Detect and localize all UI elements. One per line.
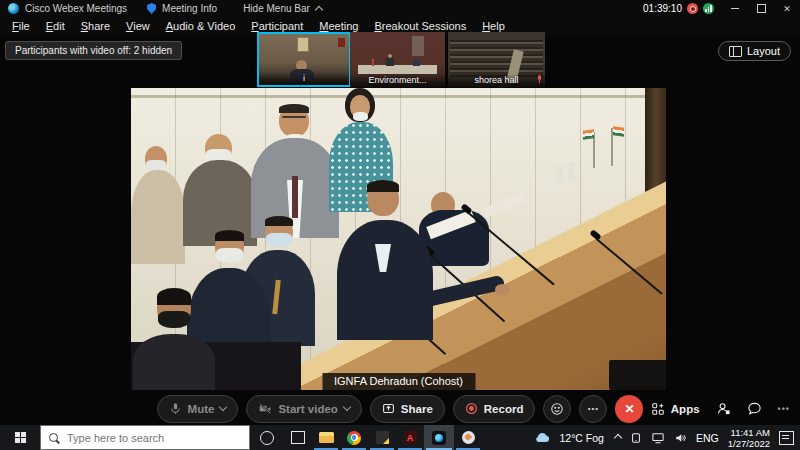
chevron-up-icon[interactable] [315, 6, 323, 14]
search-input[interactable] [65, 431, 209, 445]
windows-logo-icon [15, 432, 26, 443]
video-options-chevron-icon[interactable] [343, 403, 351, 411]
monitor-back [609, 360, 666, 390]
windows-taskbar: A 12°C Fog ENG 11:41 AM 1/27/2022 [0, 425, 800, 450]
weather-cloud-icon [534, 432, 550, 443]
india-flag-1 [583, 129, 594, 140]
thumb1-label: i [259, 72, 349, 85]
share-button[interactable]: Share [370, 395, 445, 423]
record-icon [465, 402, 478, 415]
app-title: Cisco Webex Meetings [25, 3, 127, 14]
start-button[interactable] [0, 425, 40, 450]
water-glass-1 [556, 166, 563, 182]
meeting-info-button[interactable]: Meeting Info [162, 3, 217, 14]
taskbar-search[interactable] [40, 425, 250, 450]
leave-meeting-button[interactable]: ✕ [615, 395, 643, 423]
restore-button[interactable] [748, 0, 774, 17]
menu-file[interactable]: File [4, 17, 38, 35]
video-thumbnail-3[interactable]: shorea hall [448, 32, 545, 87]
apps-button[interactable]: Apps [651, 402, 700, 416]
person-black-mask [133, 288, 215, 390]
mute-options-chevron-icon[interactable] [219, 403, 227, 411]
minimize-button[interactable] [722, 0, 748, 17]
more-dots-icon: ••• [588, 404, 599, 413]
participants-hidden-banner: Participants with video off: 2 hidden [5, 41, 182, 60]
thumb2-person-2 [413, 58, 420, 66]
close-button[interactable]: ✕ [774, 0, 800, 17]
active-speaker-label: IGNFA Dehradun (Cohost) [322, 373, 475, 390]
panel-controls: Apps ••• [651, 392, 790, 425]
menu-share[interactable]: Share [73, 17, 118, 35]
webex-logo-icon [8, 3, 19, 14]
connection-quality-icon [703, 3, 714, 14]
layout-grid-icon [729, 46, 742, 57]
recording-indicator-icon [687, 3, 698, 14]
notes-app-icon [376, 431, 389, 444]
hide-menu-bar-button[interactable]: Hide Menu Bar [243, 3, 310, 14]
weather-text[interactable]: 12°C Fog [559, 432, 603, 444]
menu-audio-video[interactable]: Audio & Video [158, 17, 244, 35]
menu-view[interactable]: View [118, 17, 158, 35]
meeting-timer: 01:39:10 [643, 3, 682, 14]
more-panels-button[interactable]: ••• [778, 404, 790, 414]
volume-icon[interactable] [674, 432, 687, 444]
mute-label: Mute [188, 403, 215, 415]
thumb3-audience-rows [450, 40, 543, 77]
video-thumbnail-1[interactable]: i [257, 32, 351, 87]
system-tray: 12°C Fog ENG 11:41 AM 1/27/2022 [534, 425, 800, 450]
india-flag-2 [613, 126, 624, 137]
video-thumbnail-2[interactable]: Environment... [350, 32, 445, 87]
chrome-icon [347, 431, 361, 445]
file-explorer-icon [319, 432, 334, 443]
person-front-center [337, 180, 433, 340]
taskbar-chrome[interactable] [340, 425, 368, 450]
participants-button[interactable] [716, 401, 731, 416]
layout-button[interactable]: Layout [718, 41, 791, 61]
menu-edit[interactable]: Edit [38, 17, 73, 35]
taskbar-clock[interactable]: 11:41 AM 1/27/2022 [728, 427, 770, 449]
language-indicator[interactable]: ENG [696, 432, 719, 444]
taskbar-acrobat[interactable]: A [396, 425, 424, 450]
start-video-label: Start video [278, 403, 337, 415]
thumb2-door [412, 36, 424, 56]
taskbar-paint3d[interactable] [454, 425, 482, 450]
start-video-button[interactable]: Start video [246, 395, 361, 423]
taskbar-file-explorer[interactable] [312, 425, 340, 450]
share-screen-icon [382, 402, 395, 415]
smiley-icon [550, 402, 564, 416]
task-view-button[interactable] [284, 425, 312, 450]
cortana-icon [260, 431, 274, 445]
search-icon [49, 433, 58, 442]
thumb3-label: shorea hall [448, 74, 545, 87]
window-titlebar: Cisco Webex Meetings Meeting Info Hide M… [0, 0, 800, 17]
meeting-info-shield-icon [147, 3, 156, 14]
microphone-icon [169, 402, 182, 415]
thumb1-wall-emblem [297, 37, 309, 52]
acrobat-icon: A [404, 431, 417, 444]
task-view-icon [291, 431, 305, 444]
thumb2-flag [372, 59, 374, 66]
network-icon[interactable] [651, 432, 665, 444]
water-glass-2 [568, 162, 575, 181]
cortana-button[interactable] [250, 425, 284, 450]
thumb2-person-1-head [388, 54, 392, 58]
mute-button[interactable]: Mute [157, 395, 239, 423]
tray-device-icon[interactable] [630, 432, 642, 444]
thumb1-wall-object [338, 38, 345, 47]
record-button[interactable]: Record [453, 395, 536, 423]
more-options-button[interactable]: ••• [579, 395, 607, 423]
taskbar-notes-app[interactable] [368, 425, 396, 450]
paint3d-icon [462, 431, 475, 444]
taskbar-webex-active[interactable] [424, 425, 454, 450]
reactions-button[interactable] [543, 395, 571, 423]
wall-molding [131, 95, 666, 98]
person-back-left [131, 146, 185, 264]
person-front-center-hand [495, 284, 510, 295]
chat-button[interactable] [747, 401, 762, 416]
layout-button-label: Layout [747, 45, 780, 57]
camera-off-icon [258, 402, 272, 415]
meeting-stage: Participants with video off: 2 hidden La… [0, 35, 800, 425]
hidden-icons-chevron[interactable] [614, 433, 622, 441]
webex-taskbar-icon [432, 431, 446, 445]
action-center-icon[interactable] [779, 431, 794, 445]
